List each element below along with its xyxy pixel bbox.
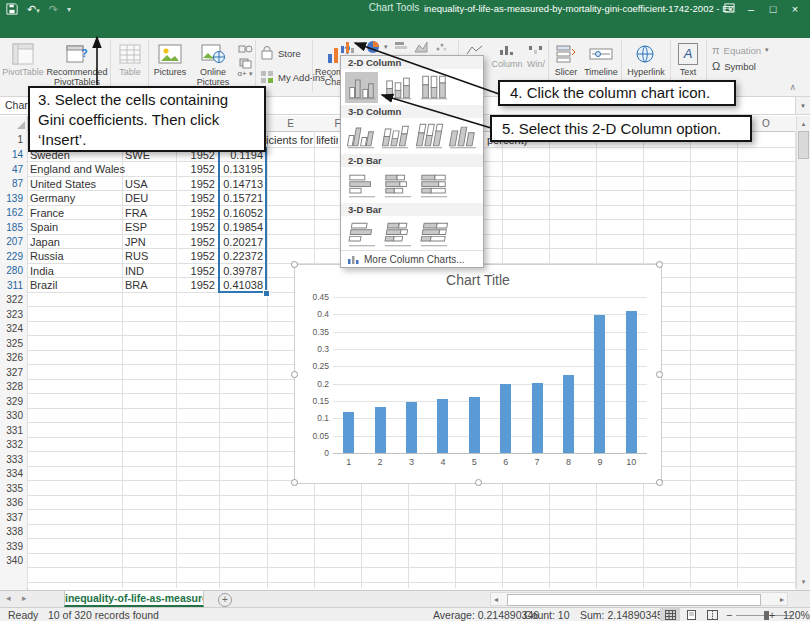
insert-pie-chart-button[interactable]: ▾ <box>366 40 388 54</box>
text-button[interactable]: A Text <box>673 41 703 77</box>
shapes-icon[interactable] <box>237 41 253 55</box>
100-stacked-bar-icon[interactable] <box>417 170 450 201</box>
row-header-331[interactable]: 331 <box>0 424 23 439</box>
zoom-out-icon[interactable]: − <box>726 609 732 621</box>
table-button[interactable]: Table <box>113 41 147 77</box>
close-icon[interactable]: × <box>784 0 806 18</box>
row-header-340[interactable]: 340 <box>0 554 23 569</box>
row-header-338[interactable]: 338 <box>0 525 23 540</box>
row-header-336[interactable]: 336 <box>0 496 23 511</box>
undo-dropdown-icon[interactable]: ▾ <box>36 7 40 14</box>
symbol-button[interactable]: Ω Symbol <box>712 60 756 72</box>
100-stacked-column-icon[interactable] <box>417 72 450 103</box>
cell-year[interactable]: 1952 <box>176 177 215 192</box>
row-header-339[interactable]: 339 <box>0 540 23 555</box>
scroll-down-icon[interactable]: ▾ <box>797 575 810 588</box>
cell-year[interactable]: 1952 <box>176 249 215 264</box>
page-layout-view-icon[interactable] <box>681 608 701 621</box>
cell-year[interactable]: 1952 <box>176 162 215 177</box>
restore-icon[interactable]: □ <box>762 0 784 18</box>
row-header-323[interactable]: 323 <box>0 308 23 323</box>
cell-code[interactable]: DEU <box>125 191 173 206</box>
3d-clustered-column-icon[interactable] <box>345 121 376 152</box>
sparkline-column-button[interactable]: Column <box>491 41 523 69</box>
equation-button[interactable]: π Equation ▾ <box>712 44 769 56</box>
row-header-185[interactable]: 185 <box>0 221 23 236</box>
row-header-1[interactable]: 1 <box>0 133 23 148</box>
row-header-337[interactable]: 337 <box>0 511 23 526</box>
row-header-139[interactable]: 139 <box>0 192 23 207</box>
zoom-in-icon[interactable]: + <box>769 609 775 621</box>
scroll-up-icon[interactable]: ▴ <box>797 117 810 130</box>
select-all-corner[interactable] <box>0 116 28 131</box>
chart-resize-handle[interactable] <box>656 479 663 486</box>
row-header-207[interactable]: 207 <box>0 235 23 250</box>
vertical-scroll-thumb[interactable] <box>798 131 809 159</box>
zoom-level[interactable]: 120% <box>783 609 810 621</box>
fill-handle[interactable] <box>263 290 270 297</box>
cell-code[interactable]: IND <box>125 264 173 279</box>
row-header-329[interactable]: 329 <box>0 395 23 410</box>
row-header-47[interactable]: 47 <box>0 163 23 178</box>
chart-resize-handle[interactable] <box>475 479 482 486</box>
sparkline-winloss-button[interactable]: Win/ <box>524 41 548 69</box>
chart-resize-handle[interactable] <box>291 479 298 486</box>
row-header-328[interactable]: 328 <box>0 380 23 395</box>
cell-code[interactable]: JPN <box>125 235 173 250</box>
row-header-330[interactable]: 330 <box>0 409 23 424</box>
row-header-335[interactable]: 335 <box>0 482 23 497</box>
cell-year[interactable]: 1952 <box>176 206 215 221</box>
insert-scatter-chart-button[interactable] <box>434 40 448 53</box>
3d-stacked-bar-icon[interactable] <box>381 219 414 250</box>
3d-stacked-column-icon[interactable] <box>379 121 410 152</box>
3d-100-stacked-column-icon[interactable] <box>414 121 445 152</box>
row-header-162[interactable]: 162 <box>0 206 23 221</box>
3d-100-stacked-bar-icon[interactable] <box>417 219 450 250</box>
row-header-280[interactable]: 280 <box>0 264 23 279</box>
row-header-326[interactable]: 326 <box>0 351 23 366</box>
sheet-next-icon[interactable]: ▸ <box>22 593 27 603</box>
cell-year[interactable]: 1952 <box>176 235 215 250</box>
scroll-right-icon[interactable]: ▸ <box>780 594 784 605</box>
row-header-229[interactable]: 229 <box>0 250 23 265</box>
stacked-column-icon[interactable] <box>381 72 414 103</box>
chart-resize-handle[interactable] <box>656 371 663 378</box>
insert-area-chart-button[interactable] <box>414 40 428 53</box>
stacked-bar-icon[interactable] <box>381 170 414 201</box>
chart-resize-handle[interactable] <box>656 261 663 268</box>
sheet-prev-icon[interactable]: ◂ <box>6 593 11 603</box>
collapse-ribbon-icon[interactable]: ∧ <box>789 82 796 92</box>
horizontal-scrollbar[interactable]: ◂ ▸ <box>490 592 788 606</box>
horizontal-scroll-thumb[interactable] <box>507 594 761 606</box>
column-header-E[interactable]: E <box>267 116 314 131</box>
icons-button-icon[interactable]: ɑ+ ▾ <box>237 69 253 83</box>
row-headers[interactable]: 1144787139162185207229280311322323324325… <box>0 131 28 590</box>
minimize-icon[interactable]: – <box>740 0 762 18</box>
row-header-311[interactable]: 311 <box>0 279 23 294</box>
row-header-333[interactable]: 333 <box>0 453 23 468</box>
undo-icon[interactable]: ↶▾ <box>27 3 40 16</box>
cell-year[interactable]: 1952 <box>176 278 215 293</box>
redo-icon[interactable]: ↷ <box>49 3 58 16</box>
store-button[interactable]: Store <box>260 46 301 60</box>
save-icon[interactable] <box>6 3 18 17</box>
cell-code[interactable] <box>125 162 173 177</box>
recommended-pivottables-button[interactable]: ? Recommended PivotTables <box>45 41 109 87</box>
more-column-charts-item[interactable]: More Column Charts... <box>341 250 483 267</box>
online-pictures-button[interactable]: Online Pictures <box>191 41 235 87</box>
row-header-322[interactable]: 322 <box>0 293 23 308</box>
cell-year[interactable]: 1952 <box>176 191 215 206</box>
sheet-tab-active[interactable]: inequality-of-life-as-measured- <box>64 591 204 607</box>
cell-code[interactable]: USA <box>125 177 173 192</box>
hyperlink-button[interactable]: Hyperlink <box>624 41 668 77</box>
cell-code[interactable]: FRA <box>125 206 173 221</box>
cell-code[interactable]: ESP <box>125 220 173 235</box>
row-header-327[interactable]: 327 <box>0 366 23 381</box>
chart-title[interactable]: Chart Title <box>295 272 661 288</box>
add-sheet-icon[interactable]: + <box>218 593 232 607</box>
chart-resize-handle[interactable] <box>291 261 298 268</box>
pictures-button[interactable]: Pictures <box>151 41 189 77</box>
chart-resize-handle[interactable] <box>291 371 298 378</box>
ribbon-display-options-icon[interactable] <box>718 0 740 18</box>
cell-year[interactable]: 1952 <box>176 220 215 235</box>
